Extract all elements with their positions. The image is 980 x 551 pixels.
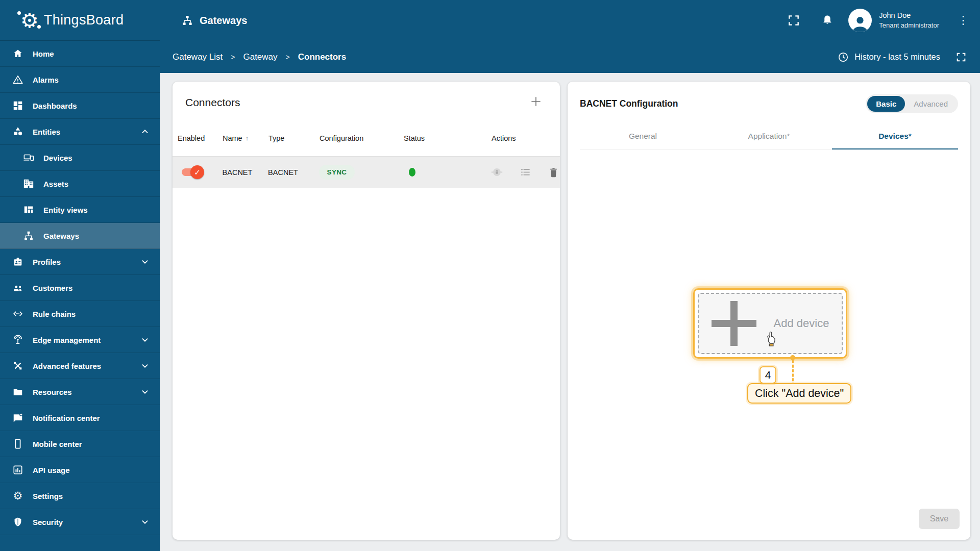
dashboards-icon xyxy=(12,99,24,112)
rule-chains-icon xyxy=(12,308,24,320)
sidebar-item-devices[interactable]: Devices xyxy=(0,145,160,171)
home-icon xyxy=(12,47,24,60)
sidebar-item-dashboards[interactable]: Dashboards xyxy=(0,93,160,119)
edge-management-icon xyxy=(12,334,24,346)
history-range-button[interactable]: History - last 5 minutes xyxy=(837,51,940,63)
sidebar-item-entities[interactable]: Entities xyxy=(0,119,160,145)
entity-views-icon xyxy=(22,204,35,216)
fullscreen-button[interactable] xyxy=(787,14,800,27)
save-button[interactable]: Save xyxy=(919,509,960,529)
chevron-down-icon xyxy=(139,516,151,528)
sidebar-item-entity-views[interactable]: Entity views xyxy=(0,197,160,223)
devices-icon xyxy=(22,152,35,164)
sidebar-item-notification-center[interactable]: Notification center xyxy=(0,405,160,431)
user-info[interactable]: John Doe Tenant administrator xyxy=(879,11,939,30)
api-usage-icon xyxy=(12,464,24,476)
security-icon xyxy=(12,516,24,528)
panel-fullscreen-button[interactable] xyxy=(955,52,967,63)
config-tabs: General Application* Devices* xyxy=(580,124,958,149)
sort-asc-icon: ↑ xyxy=(246,134,249,142)
add-connector-button[interactable] xyxy=(529,95,543,110)
trash-icon xyxy=(547,166,560,179)
resources-icon xyxy=(12,386,24,398)
connector-type: BACNET xyxy=(268,168,319,177)
annotation-connector-line xyxy=(792,360,794,386)
sidebar-item-customers[interactable]: Customers xyxy=(0,275,160,301)
mouse-cursor-icon xyxy=(763,330,778,348)
sidebar-item-api-usage[interactable]: API usage xyxy=(0,457,160,483)
more-menu-button[interactable]: ⋮ xyxy=(958,14,969,27)
configuration-badge: SYNC xyxy=(319,165,355,180)
sidebar-item-advanced-features[interactable]: Advanced features xyxy=(0,353,160,379)
column-actions: Actions xyxy=(480,134,560,142)
bell-icon xyxy=(821,14,834,27)
profiles-icon xyxy=(12,256,24,268)
settings-icon: ⚙ xyxy=(12,490,24,502)
mode-basic-button[interactable]: Basic xyxy=(867,96,905,112)
toggle-check-icon: ✓ xyxy=(190,165,204,179)
status-indicator xyxy=(409,168,415,177)
tab-application[interactable]: Application* xyxy=(706,124,832,149)
sidebar-item-gateways[interactable]: Gateways xyxy=(0,223,160,249)
mode-toggle: Basic Advanced xyxy=(866,94,958,113)
fullscreen-icon xyxy=(787,14,800,27)
connector-name: BACNET xyxy=(223,168,268,177)
list-icon xyxy=(519,166,532,179)
rpc-button[interactable] xyxy=(490,165,504,179)
notification-center-icon xyxy=(12,412,24,424)
avatar[interactable] xyxy=(848,9,872,32)
sidebar-item-profiles[interactable]: Profiles xyxy=(0,249,160,275)
sidebar-nav: Home Alarms Dashboards Entities Devices … xyxy=(0,41,160,535)
app-logo[interactable]: ⚙ ThingsBoard xyxy=(0,0,160,41)
sidebar-item-mobile-center[interactable]: Mobile center xyxy=(0,431,160,457)
advanced-features-icon xyxy=(12,360,24,372)
sidebar-item-home[interactable]: Home xyxy=(0,41,160,67)
sidebar-item-rule-chains[interactable]: Rule chains xyxy=(0,301,160,327)
panel-title: BACNET Configuration xyxy=(580,98,678,109)
column-name[interactable]: Name↑ xyxy=(223,134,268,142)
clock-icon xyxy=(837,51,849,63)
connectors-title: Connectors xyxy=(185,96,240,109)
mobile-center-icon xyxy=(12,438,24,450)
thingsboard-logo-icon: ⚙ xyxy=(20,10,39,31)
column-status: Status xyxy=(404,134,480,142)
breadcrumb-connectors: Connectors xyxy=(298,52,346,62)
delete-button[interactable] xyxy=(547,166,560,179)
sidebar-item-alarms[interactable]: Alarms xyxy=(0,67,160,93)
user-name: John Doe xyxy=(879,11,939,21)
breadcrumb: Gateway List > Gateway > Connectors xyxy=(173,52,346,62)
app-title: ThingsBoard xyxy=(44,12,124,28)
rpc-lock-icon xyxy=(490,165,504,179)
tab-general[interactable]: General xyxy=(580,124,706,149)
chevron-down-icon xyxy=(139,334,151,345)
add-device-label: Add device xyxy=(774,317,829,330)
breadcrumb-bar: Gateway List > Gateway > Connectors Hist… xyxy=(160,41,980,73)
user-icon xyxy=(850,15,870,32)
chevron-up-icon xyxy=(139,126,151,137)
notifications-button[interactable] xyxy=(821,14,834,27)
sidebar-item-assets[interactable]: Assets xyxy=(0,171,160,197)
annotation-label: Click "Add device" xyxy=(747,383,851,404)
connector-row-bacnet[interactable]: ✓ BACNET BACNET SYNC xyxy=(173,157,560,188)
chevron-down-icon xyxy=(139,256,151,267)
sidebar-item-resources[interactable]: Resources xyxy=(0,379,160,405)
logs-button[interactable] xyxy=(519,166,532,179)
page-title: Gateways xyxy=(181,14,247,27)
annotation-step-number: 4 xyxy=(760,366,776,384)
column-type: Type xyxy=(268,134,320,142)
breadcrumb-separator: > xyxy=(231,53,235,61)
sidebar-item-edge-management[interactable]: Edge management xyxy=(0,327,160,353)
content-area: Connectors Enabled Name↑ Type Configurat… xyxy=(160,73,980,551)
breadcrumb-gateway[interactable]: Gateway xyxy=(243,52,277,62)
mode-advanced-button[interactable]: Advanced xyxy=(905,96,957,112)
breadcrumb-gateway-list[interactable]: Gateway List xyxy=(173,52,223,62)
alarm-icon xyxy=(12,73,24,86)
enabled-toggle[interactable]: ✓ xyxy=(182,168,202,176)
sidebar-item-security[interactable]: Security xyxy=(0,509,160,535)
user-role: Tenant administrator xyxy=(879,21,939,30)
gateways-icon xyxy=(181,14,193,27)
sidebar-item-settings[interactable]: ⚙ Settings xyxy=(0,483,160,509)
tab-devices[interactable]: Devices* xyxy=(832,124,958,149)
chevron-down-icon xyxy=(139,360,151,371)
plus-icon xyxy=(712,301,756,346)
